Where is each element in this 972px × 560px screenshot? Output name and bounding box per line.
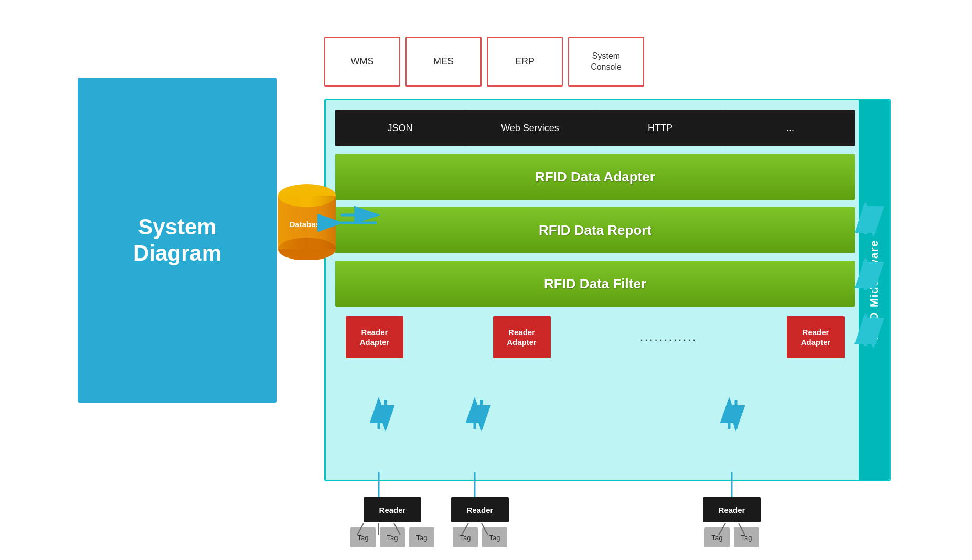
tag-row-1: Tag Tag Tag [350, 527, 434, 547]
reader-adapter-box-1: ReaderAdapter [346, 316, 403, 358]
tag-2-1: Tag [453, 527, 478, 547]
rfid-middleware-text: RFID Middleware [868, 240, 880, 340]
reader-adapter-group-3: ReaderAdapter [787, 316, 845, 358]
reader-group-3: Reader Tag Tag [703, 497, 761, 547]
top-box-system-console: SystemConsole [568, 37, 644, 87]
reader-adapter-label-2: ReaderAdapter [507, 327, 537, 348]
reader-adapter-group-1: ReaderAdapter [346, 316, 403, 358]
top-box-wms: WMS [324, 37, 400, 87]
reader-adapters-row: ReaderAdapter ReaderAdapter ............… [335, 316, 855, 358]
reader-label-1: Reader [379, 505, 406, 514]
reader-box-3: Reader [703, 497, 761, 522]
dots-label: ............ [640, 316, 697, 358]
database-svg: Database [273, 181, 341, 260]
rfid-data-report-label: RFID Data Report [539, 222, 651, 239]
rfid-data-filter-label: RFID Data Filter [544, 276, 646, 292]
top-box-mes: MES [405, 37, 482, 87]
tag-1-3: Tag [409, 527, 434, 547]
top-box-erp: ERP [487, 37, 563, 87]
tag-2-2: Tag [482, 527, 507, 547]
reader-adapter-box-2: ReaderAdapter [493, 316, 551, 358]
rfid-data-adapter-label: RFID Data Adapter [535, 169, 655, 185]
tag-row-3: Tag Tag [704, 527, 759, 547]
system-diagram-label: System Diagram [133, 214, 221, 267]
tag-row-2: Tag Tag [453, 527, 507, 547]
reader-adapter-dots: ............ [640, 316, 697, 358]
top-boxes: WMS MES ERP SystemConsole [324, 37, 644, 87]
protocol-dots: ... [725, 110, 855, 146]
reader-group-1: Reader Tag Tag Tag [350, 497, 434, 547]
rfid-data-report-bar: RFID Data Report [335, 207, 855, 253]
svg-text:Database: Database [290, 220, 325, 229]
protocol-bar: JSON Web Services HTTP ... [335, 110, 855, 146]
reader-group-2: Reader Tag Tag [451, 497, 509, 547]
database-group: Database [273, 181, 341, 262]
rfid-data-filter-bar: RFID Data Filter [335, 261, 855, 307]
reader-box-2: Reader [451, 497, 509, 522]
reader-box-1: Reader [364, 497, 421, 522]
tag-3-1: Tag [704, 527, 730, 547]
middleware-container: RFID Middleware JSON Web Services HTTP .… [324, 99, 891, 481]
middleware-inner: JSON Web Services HTTP ... RFID Data Ada… [335, 110, 855, 470]
reader-label-3: Reader [719, 505, 745, 514]
rfid-data-adapter-bar: RFID Data Adapter [335, 154, 855, 200]
protocol-http: HTTP [595, 110, 725, 146]
protocol-json: JSON [335, 110, 465, 146]
reader-adapter-box-3: ReaderAdapter [787, 316, 845, 358]
reader-adapter-group-2: ReaderAdapter [493, 316, 551, 358]
reader-adapter-label-1: ReaderAdapter [360, 327, 390, 348]
protocol-web-services: Web Services [465, 110, 595, 146]
reader-label-2: Reader [467, 505, 494, 514]
reader-adapter-label-3: ReaderAdapter [801, 327, 831, 348]
left-panel: System Diagram [78, 78, 277, 403]
rfid-middleware-label: RFID Middleware [859, 100, 889, 480]
tag-1-1: Tag [350, 527, 376, 547]
tag-3-2: Tag [734, 527, 759, 547]
tag-1-2: Tag [380, 527, 405, 547]
diagram-container: System Diagram WMS MES ERP SystemConsole… [0, 0, 972, 560]
